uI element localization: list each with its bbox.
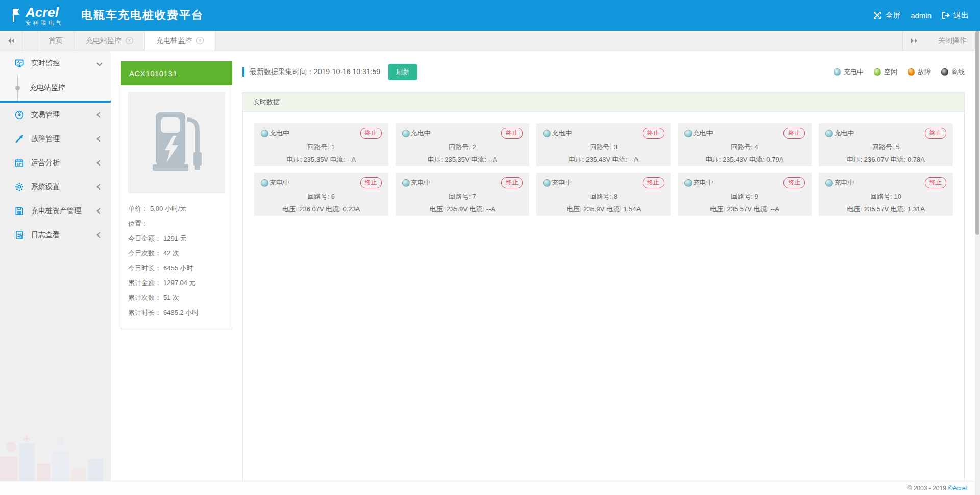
sidebar-item-label: 系统设置 [31,182,97,192]
pile-info-card: ACX1010131 [121,61,232,495]
stat-total-duration: 累计时长：6485.2 小时 [128,305,225,320]
sidebar-item-settings[interactable]: 系统设置 [0,175,111,199]
circuit-number: 回路号: 3 [543,143,664,152]
terminate-button[interactable]: 终止 [783,177,805,188]
charging-status-icon [684,130,692,137]
sidebar-item-label: 交易管理 [31,110,97,120]
close-operations-button[interactable]: 关闭操作 [925,31,980,51]
acrel-logo: Acrel 安科瑞电气 [11,6,64,26]
svg-text:¥: ¥ [18,112,21,117]
tab-home[interactable]: 首页 [37,31,75,51]
voltage-current: 电压: 236.07V 电流: 0.23A [261,205,382,214]
collect-time-label: 最新数据采集时间：2019-10-16 10:31:59 [250,67,380,77]
chevron-down-icon [96,60,102,66]
scrollbar-thumb[interactable] [975,31,979,235]
wrench-icon [14,134,24,144]
stat-unit-price: 单价：5.00 小时/元 [128,201,225,216]
charging-pile-icon [146,109,207,176]
charging-status-icon [402,130,410,137]
circuit-number: 回路号: 10 [825,192,946,201]
user-menu[interactable]: admin [911,11,932,20]
circuit-number: 回路号: 6 [261,192,382,201]
vertical-scrollbar[interactable] [975,31,980,495]
sidebar-item-logs[interactable]: 日志查看 [0,223,111,247]
sidebar: 实时监控 充电站监控 ¥ 交易管理 故障管理 [0,51,111,495]
charging-status-icon [261,130,268,137]
tab-bar: 首页 充电站监控 × 充电桩监控 × 关闭操作 [0,31,980,51]
realtime-data-panel: 实时数据 充电中终止 回路号: 1 电压: 235.35V 电流: --A 充电… [242,92,965,495]
log-document-icon [14,230,24,240]
terminate-button[interactable]: 终止 [783,128,805,139]
close-tab-icon[interactable]: × [126,37,133,44]
terminate-button[interactable]: 终止 [643,128,664,139]
charging-status-icon [261,179,268,187]
sidebar-item-label: 故障管理 [31,134,97,144]
voltage-current: 电压: 235.57V 电流: 1.31A [825,205,946,214]
sidebar-item-pile-assets[interactable]: 充电桩资产管理 [0,199,111,223]
logo-text: Acrel [26,6,64,19]
pile-image-placeholder [128,92,225,193]
terminate-button[interactable]: 终止 [501,177,523,188]
stat-today-duration: 今日时长：6455 小时 [128,261,225,275]
transaction-icon: ¥ [14,110,24,120]
username: admin [911,11,932,20]
circuit-card-10: 充电中终止 回路号: 10 电压: 235.57V 电流: 1.31A [819,173,953,216]
chevron-left-icon [96,208,102,214]
circuit-number: 回路号: 9 [684,192,805,201]
terminate-button[interactable]: 终止 [643,177,664,188]
charging-status-icon [543,130,551,137]
fault-status-icon [908,68,915,76]
circuit-number: 回路号: 7 [402,192,523,201]
terminate-button[interactable]: 终止 [925,128,946,139]
chevron-left-icon [96,184,102,190]
sidebar-item-transactions[interactable]: ¥ 交易管理 [0,103,111,127]
terminate-button[interactable]: 终止 [360,128,382,139]
logout-button[interactable]: 退出 [942,11,969,20]
refresh-button[interactable]: 刷新 [388,64,417,80]
flag-icon [11,8,21,23]
calendar-icon [14,158,24,168]
voltage-current: 电压: 235.43V 电流: --A [543,155,664,164]
tab-pile-monitor[interactable]: 充电桩监控 × [145,31,215,51]
legend-charging: 充电中 [834,67,864,77]
voltage-current: 电压: 235.43V 电流: 0.79A [684,155,805,164]
stat-today-count: 今日次数：42 次 [128,246,225,261]
terminate-button[interactable]: 终止 [360,177,382,188]
fullscreen-label: 全屏 [885,11,900,20]
tree-dot-icon [15,86,20,90]
circuit-number: 回路号: 1 [261,143,382,152]
logout-label: 退出 [953,11,969,20]
sidebar-item-realtime-monitor[interactable]: 实时监控 [0,51,111,75]
sidebar-subitem-station-monitor[interactable]: 充电站监控 [0,75,111,101]
legend-idle: 空闲 [874,67,897,77]
voltage-current: 电压: 236.07V 电流: 0.78A [825,155,946,164]
charging-status-icon [543,179,551,187]
voltage-current: 电压: 235.35V 电流: --A [402,155,523,164]
sidebar-item-faults[interactable]: 故障管理 [0,127,111,151]
charging-status-icon [825,179,833,187]
sidebar-item-analysis[interactable]: 运营分析 [0,151,111,175]
terminate-button[interactable]: 终止 [501,128,523,139]
terminate-button[interactable]: 终止 [925,177,946,188]
close-tab-icon[interactable]: × [196,37,204,44]
save-disk-icon [14,206,24,216]
circuit-card-4: 充电中终止 回路号: 4 电压: 235.43V 电流: 0.79A [678,123,812,166]
accent-bar [242,67,244,77]
tab-station-monitor[interactable]: 充电站监控 × [75,31,145,51]
sidebar-subitem-label: 充电站监控 [30,83,65,92]
charging-status-icon [402,179,410,187]
tabs-scroll-left-button[interactable] [0,31,22,51]
tabs-scroll-right-button[interactable] [902,31,925,51]
tab-label: 充电桩监控 [156,36,192,45]
idle-status-icon [874,68,881,76]
brand-link[interactable]: ©Acrel [948,485,967,492]
double-arrow-right-icon [910,38,918,44]
fullscreen-button[interactable]: 全屏 [873,11,900,20]
copyright-text: © 2003 - 2019 [908,485,946,492]
voltage-current: 电压: 235.9V 电流: 1.54A [543,205,664,214]
sidebar-item-label: 运营分析 [31,158,97,168]
status-legend: 充电中 空闲 故障 离线 [834,67,965,77]
double-arrow-left-icon [7,38,15,44]
chevron-left-icon [96,160,102,166]
tab-label: 充电站监控 [86,36,121,45]
